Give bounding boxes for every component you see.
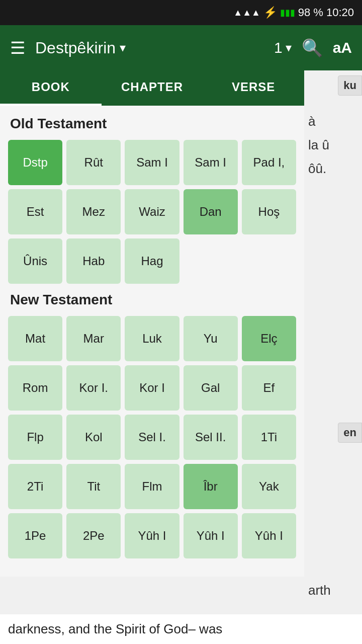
book-cell-nt-1[interactable]: Mar: [66, 316, 121, 361]
book-cell-ot-5[interactable]: Est: [8, 189, 62, 234]
book-cell-ot-8[interactable]: Dan: [184, 189, 238, 234]
book-cell-nt-2[interactable]: Luk: [125, 316, 179, 361]
book-cell-nt-9[interactable]: Ef: [242, 365, 296, 411]
bg-text-right: à la û ôû.: [304, 106, 362, 184]
book-cell-nt-21[interactable]: 2Pe: [66, 513, 121, 558]
book-cell-nt-19[interactable]: Yak: [242, 464, 296, 509]
book-cell-nt-22[interactable]: Yûh I: [125, 513, 179, 558]
book-cell-ot-1[interactable]: Rût: [66, 140, 121, 185]
bottom-text: darkness, and the Spirit of God– was: [0, 614, 362, 644]
old-testament-title: Old Testament: [10, 116, 296, 132]
book-cell-ot-9[interactable]: Hoş: [242, 189, 296, 234]
signal-icon: ▲▲▲: [233, 8, 260, 18]
chapter-number: 1: [274, 39, 283, 56]
book-cell-nt-6[interactable]: Kor I.: [66, 365, 121, 411]
bg-text-right2: arth: [304, 579, 362, 602]
chapter-selector[interactable]: 1 ▾: [274, 39, 292, 56]
time-display: 10:20: [326, 6, 354, 19]
book-cell-nt-12[interactable]: Sel I.: [125, 415, 179, 460]
book-cell-ot-6[interactable]: Mez: [66, 189, 121, 234]
title-dropdown-icon[interactable]: ▾: [120, 41, 126, 55]
app-title-text: Destpêkirin: [35, 39, 116, 57]
tab-chapter[interactable]: CHAPTER: [102, 70, 203, 106]
book-cell-ot-7[interactable]: Waiz: [125, 189, 179, 234]
book-cell-ot-3[interactable]: Sam I: [184, 140, 238, 185]
app-bar: ☰ Destpêkirin ▾ 1 ▾ 🔍 aA: [0, 25, 362, 70]
font-size-icon[interactable]: aA: [333, 39, 352, 56]
main-panel: Old Testament DstpRûtSam ISam IPad I,Est…: [0, 106, 304, 577]
tabs-row: BOOK CHAPTER VERSE: [0, 70, 304, 106]
search-icon[interactable]: 🔍: [302, 38, 323, 58]
chapter-dropdown-icon[interactable]: ▾: [286, 41, 292, 55]
old-testament-grid: DstpRûtSam ISam IPad I,EstMezWaizDanHoşÛ…: [8, 140, 296, 284]
book-cell-nt-13[interactable]: Sel II.: [184, 415, 238, 460]
book-cell-nt-0[interactable]: Mat: [8, 316, 62, 361]
book-cell-ot-0[interactable]: Dstp: [8, 140, 62, 185]
status-bar: ▲▲▲ ⚡ ▮▮▮ 98 % 10:20: [0, 0, 362, 25]
book-cell-ot-12[interactable]: Hag: [125, 238, 179, 284]
book-cell-nt-20[interactable]: 1Pe: [8, 513, 62, 558]
book-cell-nt-23[interactable]: Yûh I: [184, 513, 238, 558]
book-cell-ot-4[interactable]: Pad I,: [242, 140, 296, 185]
book-cell-nt-11[interactable]: Kol: [66, 415, 121, 460]
book-cell-nt-17[interactable]: Flm: [125, 464, 179, 509]
battery-percent: 98 %: [298, 6, 323, 19]
new-testament-title: New Testament: [10, 292, 296, 308]
book-cell-nt-10[interactable]: Flp: [8, 415, 62, 460]
menu-icon[interactable]: ☰: [10, 38, 25, 58]
book-cell-ot-11[interactable]: Hab: [66, 238, 121, 284]
book-cell-nt-16[interactable]: Tit: [66, 464, 121, 509]
book-cell-nt-15[interactable]: 2Ti: [8, 464, 62, 509]
book-cell-nt-24[interactable]: Yûh I: [242, 513, 296, 558]
tab-verse[interactable]: VERSE: [203, 70, 304, 106]
side-label-ku[interactable]: ku: [338, 75, 362, 96]
side-label-en[interactable]: en: [338, 423, 362, 443]
new-testament-grid: MatMarLukYuElçRomKor I.Kor IGalEfFlpKolS…: [8, 316, 296, 558]
book-cell-nt-4[interactable]: Elç: [242, 316, 296, 361]
book-cell-nt-7[interactable]: Kor I: [125, 365, 179, 411]
book-cell-nt-8[interactable]: Gal: [184, 365, 238, 411]
book-cell-nt-14[interactable]: 1Ti: [242, 415, 296, 460]
book-cell-ot-10[interactable]: Ûnis: [8, 238, 62, 284]
book-cell-ot-2[interactable]: Sam I: [125, 140, 179, 185]
battery-icon: ▮▮▮: [280, 7, 295, 18]
app-title-container[interactable]: Destpêkirin ▾: [35, 39, 264, 57]
tab-book[interactable]: BOOK: [0, 70, 102, 106]
book-cell-nt-18[interactable]: Îbr: [184, 464, 238, 509]
book-cell-nt-3[interactable]: Yu: [184, 316, 238, 361]
book-cell-nt-5[interactable]: Rom: [8, 365, 62, 411]
lightning-icon: ⚡: [263, 6, 277, 19]
